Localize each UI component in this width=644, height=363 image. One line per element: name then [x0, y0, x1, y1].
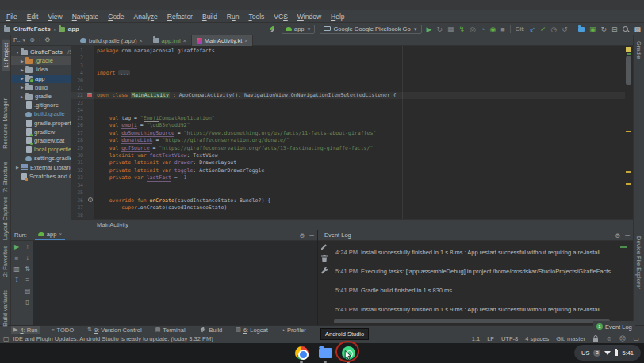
- git-branch[interactable]: Git: master: [556, 335, 585, 342]
- run-down-the-stack-trace-icon[interactable]: ↓: [26, 254, 29, 262]
- code-line-1[interactable]: 1package com.naranjaconsal.giraffefacts: [71, 47, 627, 54]
- toolbar-apply-changes-icon[interactable]: ↯: [459, 25, 466, 34]
- menu-vcs[interactable]: VCS: [269, 11, 292, 22]
- toolbar-run-with-coverage-icon[interactable]: ▦: [447, 25, 454, 34]
- toolbar-sync-project-with-gradle-icon[interactable]: ↻: [600, 25, 607, 34]
- feedback-happy-icon[interactable]: ☺: [606, 335, 612, 342]
- tree-item-gradle[interactable]: ▶.gradle: [11, 56, 71, 65]
- event-log-entry[interactable]: 5:41 PMInstall successfully finished in …: [321, 306, 631, 313]
- file-encoding[interactable]: UTF-8: [501, 335, 518, 342]
- close-icon[interactable]: ×: [139, 38, 142, 44]
- code-line-26[interactable]: 26 val emoji = "\ud83e\udd92": [71, 122, 627, 129]
- toolbar-search-everywhere-icon[interactable]: [622, 25, 629, 32]
- gear-icon[interactable]: ⚙: [44, 36, 50, 44]
- menu-file[interactable]: File: [2, 11, 22, 22]
- toolbar-device-manager-icon[interactable]: ▣: [589, 25, 596, 34]
- background-tasks-icon[interactable]: ▭: [633, 335, 639, 342]
- menu-window[interactable]: Window: [293, 11, 326, 22]
- tool-stripe-layout-captures[interactable]: Layout Captures: [2, 197, 9, 240]
- toolwindow-button-6-logcat[interactable]: ▥6: Logcat: [233, 326, 270, 334]
- toolbar-rerun-icon[interactable]: ↻: [437, 25, 443, 34]
- code-line-33[interactable]: 33 private var lastFact = -1: [71, 174, 627, 182]
- menu-navigate[interactable]: Navigate: [67, 11, 104, 22]
- tree-item-giraffefacts[interactable]: ▼GiraffeFacts ~/S: [11, 48, 71, 56]
- collapse-all-icon[interactable]: ÷: [38, 36, 41, 44]
- menu-code[interactable]: Code: [103, 11, 128, 22]
- code-line-23[interactable]: 23: [71, 99, 627, 106]
- close-icon[interactable]: ×: [59, 231, 62, 237]
- toolwindow-button-build[interactable]: Build: [197, 326, 225, 334]
- run-console[interactable]: [34, 241, 317, 325]
- menu-view[interactable]: View: [43, 11, 67, 22]
- device-dropdown[interactable]: Google Google Pixelbook Go ▼: [320, 25, 421, 34]
- code-line-27[interactable]: 27 val doSomethingSource = "https://www.…: [71, 129, 627, 136]
- tab-app-iml[interactable]: app.iml×: [148, 35, 192, 46]
- tool-stripe-1-project[interactable]: 1: Project: [2, 40, 10, 71]
- close-icon[interactable]: ×: [183, 38, 186, 44]
- tree-item-gradle[interactable]: ▶gradle: [11, 92, 71, 101]
- lock-icon[interactable]: [592, 335, 599, 342]
- project-view-dropdown[interactable]: P...▼: [13, 36, 26, 44]
- tree-item-gradle-properties[interactable]: gradle.properties: [11, 119, 71, 128]
- toolbar-run-icon[interactable]: ▶: [427, 25, 432, 34]
- inspection-warning-indicator[interactable]: [626, 47, 631, 52]
- toolbar-sdk-manager-icon[interactable]: ⊟: [611, 25, 618, 34]
- breadcrumb-module[interactable]: app: [68, 25, 79, 32]
- tree-collapsed-arrow-icon[interactable]: ▶: [14, 165, 21, 170]
- code-line-36[interactable]: 36↑ override fun onCreate(savedInstanceS…: [71, 197, 627, 204]
- run-scroll-to-end-icon[interactable]: ≡: [25, 277, 29, 284]
- run-pin-tab-icon[interactable]: ↧: [14, 277, 20, 284]
- chrome-icon[interactable]: [295, 346, 309, 360]
- toolbar-rollback-icon[interactable]: ↺: [562, 25, 568, 34]
- code-line-31[interactable]: 31 private lateinit var drawer: DrawerLa…: [71, 159, 627, 166]
- tool-stripe-resource-manager[interactable]: Resource Manager: [2, 98, 9, 149]
- code-line-21[interactable]: 21: [71, 84, 627, 91]
- status-message[interactable]: IDE and Plugin Updates: Android Studio i…: [13, 335, 213, 342]
- menu-run[interactable]: Run: [222, 11, 244, 22]
- code-line-35[interactable]: 35: [71, 189, 627, 197]
- tree-collapsed-arrow-icon[interactable]: ▶: [19, 94, 25, 99]
- editor-scrollbar[interactable]: [625, 46, 633, 219]
- event-log-badge[interactable]: 1 Event Log: [593, 321, 635, 332]
- code-line-29[interactable]: 29 val gcfSource = "https://giraffeconse…: [71, 144, 627, 151]
- menu-refactor[interactable]: Refactor: [163, 11, 197, 22]
- feedback-sad-icon[interactable]: ☹: [619, 335, 626, 342]
- tab-mainactivity-kt[interactable]: MainActivity.kt×: [192, 35, 253, 46]
- toolbar-layout-inspector-icon[interactable]: ▩: [634, 25, 641, 34]
- breadcrumb-project[interactable]: GiraffeFacts: [13, 25, 51, 32]
- code-line-38[interactable]: 38: [71, 212, 627, 219]
- code-line-20[interactable]: 20: [71, 77, 627, 84]
- tree-item-gradlew[interactable]: gradlew: [11, 128, 71, 136]
- code-line-32[interactable]: 32 private lateinit var toggle: ActionBa…: [71, 166, 627, 174]
- tab-build-gradle-app[interactable]: build.gradle (:app)×: [75, 35, 148, 46]
- tree-collapsed-arrow-icon[interactable]: ▶: [19, 85, 25, 90]
- close-icon[interactable]: ×: [244, 38, 247, 44]
- code-line-30[interactable]: 30 lateinit var factTextView: TextView: [71, 151, 627, 159]
- tool-stripe-2-favorites[interactable]: 2: Favorites: [2, 246, 9, 277]
- code-line-22[interactable]: 22open class MainActivity : AppCompatAct…: [71, 92, 627, 99]
- run-soft-wrap-icon[interactable]: ⇅: [25, 266, 30, 273]
- menu-tools[interactable]: Tools: [243, 11, 269, 22]
- tree-expanded-arrow-icon[interactable]: ▼: [14, 50, 21, 55]
- code-line-2[interactable]: 2: [71, 54, 627, 61]
- tool-stripe-gradle[interactable]: Gradle: [635, 41, 642, 59]
- tool-stripe-7-structure[interactable]: 7: Structure: [2, 162, 9, 193]
- tree-item-build[interactable]: ▶build: [11, 83, 71, 92]
- menu-edit[interactable]: Edit: [22, 11, 44, 22]
- tree-collapsed-arrow-icon[interactable]: ▶: [19, 59, 25, 63]
- horizontal-scrollbar[interactable]: [334, 319, 610, 323]
- code-line-34[interactable]: 34: [71, 182, 627, 189]
- toolwindow-button-profiler[interactable]: ◔Profiler: [279, 326, 309, 334]
- tool-stripe-device-file-explorer[interactable]: Device File Explorer: [635, 236, 642, 289]
- toolbar-commit-icon[interactable]: ✓: [540, 25, 546, 34]
- run-stop-icon[interactable]: ■: [15, 254, 19, 262]
- breadcrumb-class[interactable]: MainActivity: [97, 221, 128, 228]
- code-line-3[interactable]: 3: [71, 62, 627, 69]
- menu-build[interactable]: Build: [197, 11, 222, 22]
- tree-collapsed-arrow-icon[interactable]: ▶: [19, 67, 25, 72]
- run-up-the-stack-trace-icon[interactable]: ↑: [26, 243, 29, 250]
- warning-stripe-mark[interactable]: [626, 131, 631, 132]
- run-clear-all-icon[interactable]: ▯: [25, 299, 29, 306]
- scrollbar-thumb[interactable]: [626, 56, 631, 85]
- toolbar-attach-debugger-icon[interactable]: ◎: [470, 25, 476, 34]
